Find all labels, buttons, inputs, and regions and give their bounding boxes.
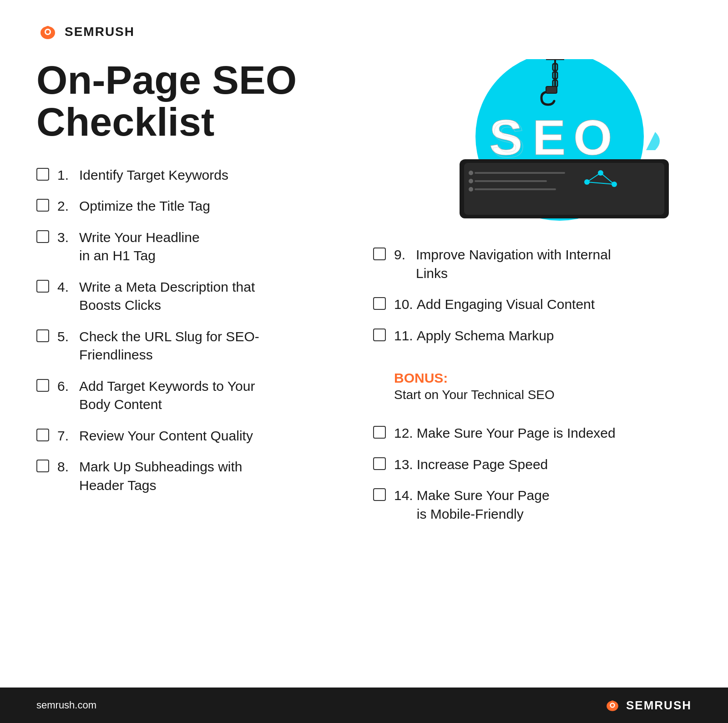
logo-text: SEMRUSH	[65, 25, 135, 39]
logo-area: SEMRUSH	[36, 23, 692, 41]
item-label: Add Engaging Visual Content	[417, 295, 595, 314]
left-checklist: 1. Identify Target Keywords 2. Optimize …	[36, 166, 346, 495]
checkbox-r-5[interactable]	[373, 457, 386, 470]
item-label: Identify Target Keywords	[79, 166, 228, 185]
right-checklist-item: 13. Increase Page Speed	[373, 455, 692, 474]
item-number: 3.	[57, 228, 76, 265]
semrush-logo-icon	[36, 23, 59, 41]
item-label: Optimize the Title Tag	[79, 197, 210, 216]
bonus-section: BONUS: Start on Your Technical SEO	[394, 370, 692, 402]
item-number: 11.	[394, 327, 413, 345]
checkbox-r-6[interactable]	[373, 488, 386, 501]
item-number: 8.	[57, 458, 76, 495]
item-number: 12.	[394, 424, 413, 443]
bonus-title: BONUS:	[394, 370, 692, 386]
item-number: 14.	[394, 486, 413, 523]
svg-point-16	[469, 179, 473, 183]
left-checklist-item: 1. Identify Target Keywords	[36, 166, 346, 185]
item-number: 13.	[394, 455, 413, 474]
checkbox-3[interactable]	[36, 230, 49, 243]
footer-logo-icon	[603, 698, 622, 713]
left-checklist-item: 3. Write Your Headlinein an H1 Tag	[36, 228, 346, 265]
item-label: Increase Page Speed	[417, 455, 548, 474]
item-number: 7.	[57, 427, 76, 445]
checkbox-5[interactable]	[36, 329, 49, 342]
item-number: 6.	[57, 377, 76, 414]
bonus-subtitle: Start on Your Technical SEO	[394, 388, 692, 402]
svg-point-15	[469, 171, 473, 175]
right-checklist-item: 10. Add Engaging Visual Content	[373, 295, 692, 314]
svg-text:S: S	[491, 111, 525, 167]
footer-logo-text: SEMRUSH	[626, 698, 692, 713]
svg-text:O: O	[573, 109, 612, 165]
checkbox-r-2[interactable]	[373, 297, 386, 310]
right-checklist-item: 14. Make Sure Your Pageis Mobile-Friendl…	[373, 486, 692, 523]
checkbox-4[interactable]	[36, 280, 49, 293]
seo-illustration: S E O S	[391, 59, 673, 232]
item-label: Review Your Content Quality	[79, 427, 253, 445]
item-number: 4.	[57, 278, 76, 315]
checkbox-r-1[interactable]	[373, 248, 386, 260]
checkbox-2[interactable]	[36, 199, 49, 212]
left-checklist-item: 5. Check the URL Slug for SEO-Friendline…	[36, 328, 346, 364]
left-checklist-item: 4. Write a Meta Description thatBoosts C…	[36, 278, 346, 315]
checkbox-8[interactable]	[36, 460, 49, 472]
footer: semrush.com SEMRUSH	[0, 688, 728, 723]
right-checklist-item: 11. Apply Schema Markup	[373, 327, 692, 345]
item-number: 9.	[394, 246, 412, 283]
left-checklist-item: 8. Mark Up Subheadings withHeader Tags	[36, 458, 346, 495]
checkbox-7[interactable]	[36, 429, 49, 441]
left-checklist-item: 2. Optimize the Title Tag	[36, 197, 346, 216]
right-checklist: 9. Improve Navigation with InternalLinks…	[373, 246, 692, 523]
item-label: Check the URL Slug for SEO-Friendliness	[79, 328, 259, 364]
checkbox-1[interactable]	[36, 168, 49, 181]
right-checklist-item: 9. Improve Navigation with InternalLinks	[373, 246, 692, 283]
svg-point-2	[46, 30, 50, 34]
item-label: Add Target Keywords to YourBody Content	[79, 377, 255, 414]
right-checklist-item: 12. Make Sure Your Page is Indexed	[373, 424, 692, 443]
illustration-wrapper: S E O S	[373, 59, 692, 232]
item-number: 10.	[394, 295, 413, 314]
item-label: Improve Navigation with InternalLinks	[416, 246, 611, 283]
footer-logo: SEMRUSH	[603, 698, 692, 713]
right-column: S E O S 9. Improve Navi	[373, 59, 692, 669]
page-title: On-Page SEO Checklist	[36, 59, 346, 143]
svg-rect-9	[546, 86, 557, 93]
checkbox-r-3[interactable]	[373, 329, 386, 341]
item-label: Make Sure Your Pageis Mobile-Friendly	[417, 486, 550, 523]
right-checklist-wrapper: 9. Improve Navigation with InternalLinks…	[373, 246, 692, 523]
svg-point-17	[469, 187, 473, 192]
item-label: Make Sure Your Page is Indexed	[417, 424, 616, 443]
svg-text:E: E	[532, 109, 566, 165]
item-label: Apply Schema Markup	[417, 327, 554, 345]
left-checklist-item: 6. Add Target Keywords to YourBody Conte…	[36, 377, 346, 414]
item-number: 1.	[57, 166, 76, 185]
svg-point-30	[611, 704, 614, 707]
left-checklist-item: 7. Review Your Content Quality	[36, 427, 346, 445]
item-label: Write a Meta Description thatBoosts Clic…	[79, 278, 255, 315]
item-number: 5.	[57, 328, 76, 364]
item-number: 2.	[57, 197, 76, 216]
checkbox-r-4[interactable]	[373, 426, 386, 439]
footer-url: semrush.com	[36, 699, 96, 711]
checkbox-6[interactable]	[36, 379, 49, 392]
left-column: On-Page SEO Checklist 1. Identify Target…	[36, 59, 346, 669]
item-label: Mark Up Subheadings withHeader Tags	[79, 458, 243, 495]
item-label: Write Your Headlinein an H1 Tag	[79, 228, 200, 265]
